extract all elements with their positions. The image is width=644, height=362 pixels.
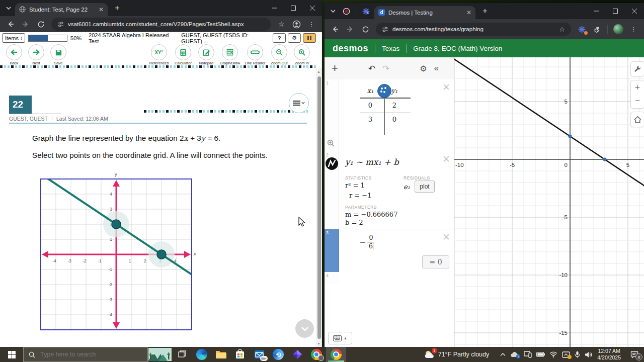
column-style-icon[interactable] [377,84,391,98]
minimize-button[interactable] [587,3,606,19]
back-icon[interactable] [329,23,342,36]
table-row[interactable]: 3 0 [360,113,411,126]
undo-icon[interactable]: ↶ [368,63,375,74]
recording-indicator-icon[interactable] [340,5,353,18]
redo-icon[interactable]: ↷ [382,63,389,74]
item-menu-button[interactable] [289,93,309,113]
regression-style-icon[interactable] [326,157,338,170]
edge-icon[interactable] [192,347,211,362]
scroll-up-arrow[interactable]: ▲ [317,70,320,73]
tab-close-icon[interactable]: ✕ [466,10,471,16]
menu-dots-icon[interactable]: ⋮ [627,23,640,36]
action-center-button[interactable]: 8 [626,347,643,362]
calculator-button[interactable]: Calculator [171,44,195,65]
extension-flower-icon[interactable] [575,23,588,36]
speaker-icon[interactable] [585,351,592,358]
tab-search-chevron-icon[interactable] [327,5,340,18]
close-button[interactable] [625,3,644,19]
maximize-button[interactable] [606,3,625,19]
next-test-button[interactable]: Next [25,44,47,65]
bookmark-star-icon[interactable]: ☆ [275,18,288,31]
tray-chevron-icon[interactable] [500,352,506,356]
graph-settings-gear-icon[interactable]: ⚙ [420,64,427,73]
table-row[interactable]: 0 2 [360,99,411,112]
zoom-out-graph-button[interactable]: − [630,94,644,109]
microphone-icon[interactable] [575,351,580,358]
references-button[interactable]: XY2 References [147,44,171,65]
settings-button[interactable]: ⚙ [288,33,301,43]
search-input[interactable] [39,350,132,358]
start-button[interactable] [0,347,23,362]
mail-icon[interactable]: 99+ [250,347,269,362]
back-test-button[interactable]: Back [3,44,25,65]
expression-row-empty[interactable]: 4 [325,272,454,285]
reload-icon[interactable] [359,23,372,36]
desmos-graph-canvas[interactable]: -10-5055-5-10-15 [454,57,644,347]
reload-icon[interactable] [34,18,47,31]
minimize-button[interactable] [265,0,284,16]
battery-icon[interactable] [536,352,545,357]
pinned-extension-icon[interactable] [359,5,372,18]
scroll-down-button[interactable] [295,319,314,338]
line-reader-button[interactable]: Line Reader [243,44,268,65]
save-button[interactable]: Save [47,44,69,65]
help-button[interactable]: ? [273,33,286,43]
notepad-button[interactable]: Notepad [195,44,217,65]
sync-app-icon[interactable]: ⟲ [269,347,288,362]
keypad-toggle-button[interactable]: ▲ [328,332,352,344]
expression-row-regression[interactable]: 2 ✕ y₁ ~ mx₁ + b STATISTICS r² = 1 r = −… [325,151,454,229]
zoom-in-button[interactable]: Zoom In [291,44,313,65]
profile-avatar[interactable] [612,23,625,36]
url-bar[interactable]: vsat6001.cambiumtds.com/student_core/V29… [51,18,271,31]
back-icon[interactable] [4,18,17,31]
purple-app-icon[interactable] [288,347,307,362]
browser-tab[interactable]: d Desmos | Testing ✕ [374,6,475,19]
tab-close-icon[interactable]: ✕ [99,7,104,13]
scroll-down-arrow[interactable]: ▼ [317,342,320,345]
fraction-expression[interactable]: − 0 6 [359,234,374,250]
site-settings-icon[interactable] [57,21,64,28]
chrome-active-icon[interactable] [326,347,346,362]
coordinate-grid[interactable]: -4-3-2-11234-4-3-2-11234 [40,178,192,330]
close-button[interactable] [303,0,322,16]
menu-dots-icon[interactable]: ⋮ [305,18,318,31]
items-dropdown[interactable]: Items↕ [2,33,25,43]
scrollbar[interactable]: ▲ ▼ [316,68,322,347]
site-settings-icon[interactable] [382,26,388,33]
extensions-puzzle-icon[interactable] [590,23,603,36]
weather-widget[interactable]: 1 71°F Partly cloudy [420,347,494,362]
new-tab-button[interactable]: + [111,2,124,15]
microsoft-store-icon[interactable] [230,347,250,362]
browser-tab[interactable]: Student: Test, Page 22 ✕ [15,3,108,16]
delete-expression-icon[interactable]: ✕ [442,154,450,164]
profile-icon[interactable] [290,18,303,31]
bookmark-star-icon[interactable]: ☆ [559,26,565,33]
file-explorer-icon[interactable] [211,347,230,362]
clock[interactable]: 12:07 AM 4/20/2025 [592,347,626,362]
tab-search-chevron-icon[interactable] [2,2,15,15]
zoom-in-graph-button[interactable]: + [630,80,644,95]
maximize-button[interactable] [284,0,303,16]
add-expression-button[interactable]: + [332,62,338,75]
new-tab-button[interactable]: + [478,5,492,18]
screen-share-icon[interactable] [562,351,570,358]
plot-button[interactable]: plot [415,180,435,193]
delete-expression-icon[interactable]: ✕ [442,232,450,242]
wifi-icon[interactable] [549,351,557,357]
onedrive-icon[interactable]: i [510,351,519,357]
pause-button[interactable] [303,33,316,43]
zoom-out-button[interactable]: Zoom Out [268,44,291,65]
forward-icon[interactable] [344,23,357,36]
delete-expression-icon[interactable]: ✕ [442,82,450,92]
graph-settings-wrench-button[interactable] [630,61,644,76]
scroll-thumb[interactable] [317,76,321,339]
regression-formula[interactable]: y₁ ~ mx₁ + b [345,157,399,167]
expression-row-table[interactable]: 1 ✕ x₁ y₁ 0 2 [325,79,454,152]
taskbar-search[interactable] [23,347,148,362]
home-view-button[interactable] [630,112,644,127]
phone-link-icon[interactable] [524,351,532,358]
url-bar[interactable]: desmos.com/testing/texas/graphing ☆ [376,23,571,36]
graph-draw-button[interactable]: Graph/Draw [217,44,243,65]
expression-row-fraction[interactable]: 3 ✕ − 0 6 = 0 [325,229,455,273]
zoom-fit-icon[interactable] [327,139,335,147]
